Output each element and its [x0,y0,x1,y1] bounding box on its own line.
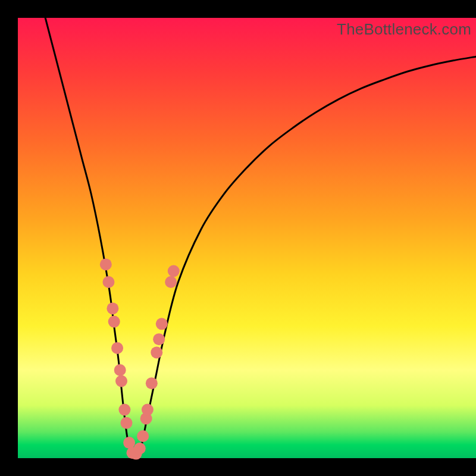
data-marker [153,333,165,345]
data-marker [115,375,127,387]
data-marker [137,430,149,442]
data-marker [102,276,114,288]
data-marker [100,258,112,270]
data-marker [156,318,168,330]
data-marker [123,437,135,449]
watermark-text: TheBottleneck.com [337,20,471,39]
data-marker [168,265,180,277]
data-marker [151,346,162,358]
data-marker [108,316,120,328]
bottleneck-curve [45,18,476,455]
data-marker [118,404,130,416]
data-marker [165,276,177,288]
data-marker [120,417,132,429]
data-marker [146,377,158,389]
chart-frame: TheBottleneck.com [0,0,476,476]
data-markers [100,258,180,459]
data-marker [114,364,126,376]
curve-svg [18,18,476,458]
data-marker [111,342,123,354]
data-marker [142,404,154,416]
data-marker [134,443,146,455]
data-marker [107,302,118,314]
plot-area: TheBottleneck.com [18,18,476,458]
